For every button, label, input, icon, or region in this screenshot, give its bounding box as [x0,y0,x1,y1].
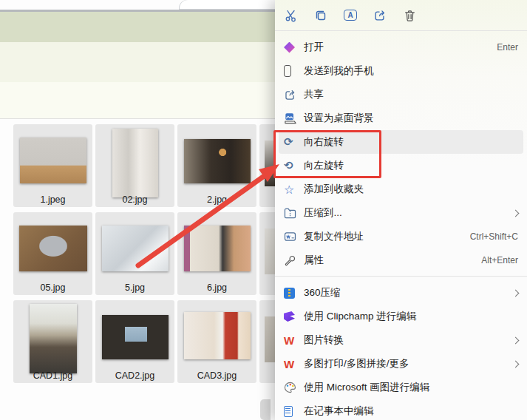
file-tile[interactable]: 05.jpg [13,212,92,295]
desktop-wallpaper-icon [284,112,297,124]
menu-item-share[interactable]: 共享 [275,83,527,106]
file-name: CAD2.jpg [95,370,174,381]
menu-item-notepad-edit[interactable]: 在记事本中编辑 [275,399,527,420]
menu-item-properties[interactable]: 属性 Alt+Enter [275,248,527,272]
file-tile[interactable]: 2.jpg [177,124,256,207]
menu-item-label: 属性 [304,254,481,267]
file-thumbnail [184,312,251,359]
delete-button[interactable] [395,3,424,28]
submenu-chevron-icon [512,360,520,368]
menu-items-apps: 360压缩 使用 Clipchamp 进行编辑 W 图片转换 W 多图打印/多图… [275,277,527,420]
file-tile-partial[interactable] [259,212,275,295]
menu-item-multi-image-print[interactable]: W 多图打印/多图拼接/更多 [275,352,527,376]
wps-icon: W [284,334,294,347]
trash-icon [404,9,416,22]
file-tile[interactable]: CAD2.jpg [95,300,174,383]
screenshot-root: 面 图片素材 词条图片 ↑↓ 排序 查看 [0,0,527,420]
file-tile[interactable]: 1.jpeg [13,124,92,207]
scissors-icon [285,9,298,22]
menu-item-compress-to[interactable]: 压缩到... [275,201,527,225]
file-tile[interactable]: 02.jpg [95,124,174,207]
file-tile[interactable]: CAD1.jpg [13,300,92,383]
file-tile[interactable]: CAD3.jpg [177,300,256,383]
menu-item-label: 使用 Clipchamp 进行编辑 [304,310,518,323]
file-thumbnail [102,315,169,359]
menu-item-open[interactable]: 打开 Enter [275,35,527,59]
menu-item-set-desktop-background[interactable]: 设置为桌面背景 [275,106,527,130]
menu-item-label: 发送到我的手机 [304,64,518,78]
file-path-icon [284,231,296,242]
quick-actions-row: A [275,0,527,30]
share-icon [373,9,387,22]
wrench-icon [284,254,296,266]
menu-shortcut: Enter [497,42,518,52]
star-icon: ☆ [284,183,294,197]
menu-item-add-to-favorites[interactable]: ☆ 添加到收藏夹 [275,177,527,201]
menu-item-label: 使用 Microsoft 画图进行编辑 [304,381,518,394]
file-name: 05.jpg [13,282,92,293]
menu-item-clipchamp-edit[interactable]: 使用 Clipchamp 进行编辑 [275,305,527,328]
file-name: CAD3.jpg [177,370,256,381]
menu-shortcut: Ctrl+Shift+C [470,231,518,242]
file-tile-partial[interactable] [259,300,275,383]
share-button[interactable] [365,3,395,28]
menu-shortcut: Alt+Enter [481,255,518,265]
share-icon [284,89,296,101]
file-thumbnail [265,228,275,274]
file-tile-partial[interactable] [260,399,271,420]
annotation-highlight-box [273,130,381,178]
file-thumbnail [30,304,77,373]
file-tile-partial[interactable] [259,124,275,207]
rename-button[interactable]: A [336,3,365,28]
file-thumbnail [265,316,275,362]
zip-folder-icon [284,208,296,219]
menu-item-label: 多图打印/多图拼接/更多 [304,357,513,370]
menu-item-label: 设置为桌面背景 [304,112,518,125]
menu-item-label: 压缩到... [304,206,513,220]
menu-item-label: 图片转换 [304,333,513,347]
context-menu: A 打开 Enter 发送到我的手 [275,0,527,420]
file-name: 2.jpg [177,194,256,205]
copy-icon [314,9,327,22]
file-name: 6.jpg [177,282,256,293]
menu-item-paint-edit[interactable]: 使用 Microsoft 画图进行编辑 [275,376,527,399]
360zip-icon [284,288,295,299]
menu-item-label: 共享 [304,88,518,101]
notepad-icon [284,406,293,417]
paint-icon [284,382,296,393]
file-name: CAD1.jpg [13,370,92,381]
file-tile[interactable]: 5.jpg [95,212,174,295]
submenu-chevron-icon [512,209,520,217]
wps-icon: W [284,358,294,370]
clipchamp-icon [284,311,295,322]
file-thumbnail [19,226,87,271]
menu-item-360zip[interactable]: 360压缩 [275,281,527,305]
menu-item-label: 打开 [304,41,497,54]
file-thumbnail [184,139,251,183]
submenu-chevron-icon [512,289,520,297]
file-thumbnail [184,226,251,271]
file-thumbnail [112,129,158,197]
menu-item-label: 在记事本中编辑 [304,404,518,418]
copy-button[interactable] [306,3,336,28]
cut-button[interactable] [276,3,306,28]
file-name: 5.jpg [95,282,174,293]
menu-item-label: 复制文件地址 [304,230,470,243]
submenu-chevron-icon [512,336,520,344]
photos-app-icon [284,42,295,53]
file-thumbnail [102,226,169,271]
menu-item-send-to-phone[interactable]: 发送到我的手机 [275,59,527,83]
menu-item-copy-file-path[interactable]: 复制文件地址 Ctrl+Shift+C [275,225,527,248]
file-thumbnail [20,138,86,183]
file-name: 1.jpeg [13,194,92,205]
rename-icon: A [344,10,357,21]
menu-item-label: 添加到收藏夹 [304,183,518,196]
file-name: 02.jpg [95,194,174,205]
phone-icon [284,65,291,77]
file-tile[interactable]: 6.jpg [177,212,256,295]
menu-item-label: 360压缩 [304,286,513,299]
menu-item-image-convert[interactable]: W 图片转换 [275,328,527,352]
